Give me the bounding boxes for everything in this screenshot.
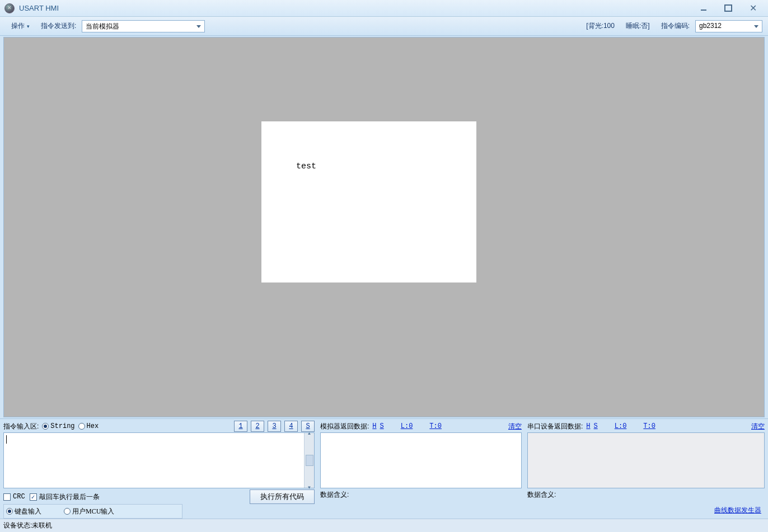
command-input-column: 指令输入区: String Hex 1 2 3 4 S [3,420,315,519]
simulator-viewport: test [3,37,765,417]
simulator-screen[interactable]: test [261,121,476,283]
preset-4-button[interactable]: 4 [284,421,298,432]
maximize-button[interactable] [721,3,736,13]
preset-3-button[interactable]: 3 [268,421,281,432]
input-source-group: 键盘输入 用户MCU输入 [3,504,182,519]
sim-l-link[interactable]: L:0 [401,422,413,430]
radio-string[interactable]: String [42,422,74,430]
dev-return-column: 串口设备返回数据: H S L:0 T:0 清空 数据含义: 曲线数据发生器 [527,420,765,519]
sim-return-column: 模拟器返回数据: H S L:0 T:0 清空 数据含义: [320,420,522,519]
dev-h-link[interactable]: H [586,422,590,430]
encoding-dropdown[interactable]: gb2312 [695,20,762,32]
operate-menu[interactable]: 操作 ▾ [6,20,35,32]
window-controls: ✕ [696,3,760,13]
text-cursor-icon [6,435,7,444]
dev-l-link[interactable]: L:0 [615,422,627,430]
statusbar: 设备状态: 未联机 [0,519,768,532]
enter-exec-checkbox[interactable]: 敲回车执行最后一条 [30,492,100,502]
sim-return-box[interactable] [320,432,522,488]
send-to-value: 当前模拟器 [86,22,119,30]
sim-return-label: 模拟器返回数据: [320,422,369,431]
radio-dot-icon [64,508,71,515]
sim-t-link[interactable]: T:0 [429,422,442,430]
dev-return-label: 串口设备返回数据: [527,422,583,431]
radio-dot-icon [42,423,49,430]
execute-all-button[interactable]: 执行所有代码 [250,489,315,504]
sim-h-link[interactable]: H [372,422,376,430]
dev-t-link[interactable]: T:0 [643,422,655,430]
app-icon [4,3,15,13]
close-button[interactable]: ✕ [746,3,760,13]
operate-label: 操作 [11,21,25,31]
dev-s-link[interactable]: S [594,422,598,430]
command-input-box[interactable] [3,432,315,488]
dev-clear-link[interactable]: 清空 [751,422,765,431]
window-title: USART HMI [19,4,696,12]
curve-generator-link[interactable]: 曲线数据发生器 [714,506,765,515]
encoding-value: gb2312 [699,22,722,30]
crc-checkbox[interactable]: CRC [3,493,25,501]
input-label: 指令输入区: [3,422,39,431]
minimize-button[interactable] [696,3,711,13]
radio-mcu[interactable]: 用户MCU输入 [64,507,114,516]
preset-1-button[interactable]: 1 [234,421,247,432]
encoding-label: 指令编码: [661,21,690,31]
sim-clear-link[interactable]: 清空 [508,422,522,431]
caret-icon: ▾ [27,23,30,29]
radio-dot-icon [6,508,13,515]
titlebar: USART HMI ✕ [0,0,768,17]
radio-dot-icon [78,423,85,430]
sim-s-link[interactable]: S [380,422,384,430]
preset-s-button[interactable]: S [301,421,315,432]
bottom-panel: 指令输入区: String Hex 1 2 3 4 S [0,418,768,519]
status-label: 设备状态: [3,521,32,530]
status-value: 未联机 [32,521,52,530]
dev-return-box[interactable] [527,432,765,488]
toolbar: 操作 ▾ 指令发送到: 当前模拟器 [背光:100 睡眠:否] 指令编码: gb… [0,17,768,36]
send-to-dropdown[interactable]: 当前模拟器 [82,20,205,32]
sim-text: test [296,162,316,171]
preset-2-button[interactable]: 2 [251,421,264,432]
scrollbar[interactable] [304,433,314,488]
dev-meaning-label: 数据含义: [527,490,556,500]
send-to-label: 指令发送到: [41,21,76,31]
backlight-status: [背光:100 [586,21,615,31]
radio-keyboard[interactable]: 键盘输入 [6,507,41,516]
checkbox-icon [30,493,37,501]
sim-meaning-label: 数据含义: [320,490,349,500]
radio-hex[interactable]: Hex [78,422,99,430]
sleep-status: 睡眠:否] [626,21,650,31]
checkbox-icon [3,493,11,501]
